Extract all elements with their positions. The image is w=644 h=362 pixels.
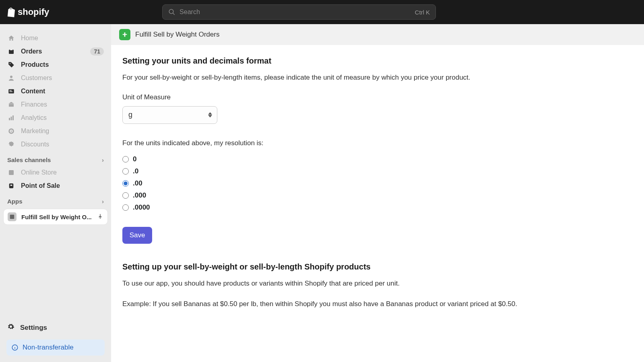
svg-point-5 <box>10 76 12 78</box>
chevron-right-icon: › <box>102 156 104 163</box>
primary-nav: Home Orders 71 Products Customers Conten… <box>0 31 111 151</box>
resolution-radio-group: 0.0.00.000.0000 <box>122 155 633 212</box>
sidebar-item-discounts[interactable]: Discounts <box>3 138 108 151</box>
sidebar-item-customers[interactable]: Customers <box>3 71 108 84</box>
sidebar-item-finances[interactable]: Finances <box>3 98 108 111</box>
content: Setting your units and decimals format F… <box>111 45 644 362</box>
gear-icon <box>7 323 14 332</box>
svg-point-4 <box>10 63 10 64</box>
section-heading-products: Setting up your sell-by-weight or sell-b… <box>122 262 633 272</box>
sidebar-item-content[interactable]: Content <box>3 84 108 98</box>
resolution-radio[interactable] <box>122 156 129 162</box>
sidebar-item-products[interactable]: Products <box>3 58 108 71</box>
pos-icon <box>7 182 15 190</box>
resolution-label: For the units indicated above, my resolu… <box>122 138 633 148</box>
uom-label: Unit of Measure <box>122 93 633 101</box>
svg-rect-18 <box>10 215 14 219</box>
products-icon <box>7 61 15 69</box>
sidebar-section-apps[interactable]: Apps › <box>0 192 111 207</box>
page-title: Fulfill Sell by Weight Orders <box>135 31 219 39</box>
app-badge-icon <box>119 29 130 40</box>
marketing-icon <box>7 127 15 135</box>
search-placeholder: Search <box>180 8 411 16</box>
finances-icon <box>7 101 15 109</box>
sidebar-item-orders[interactable]: Orders 71 <box>3 45 108 58</box>
store-icon <box>7 169 15 177</box>
pin-icon[interactable] <box>97 213 103 221</box>
resolution-radio[interactable] <box>122 180 129 187</box>
sidebar-item-analytics[interactable]: Analytics <box>3 111 108 124</box>
svg-rect-8 <box>10 91 13 92</box>
brand-text: shopify <box>18 7 49 17</box>
section-desc-units: For your sell-by-weight or sell-by-lengt… <box>122 73 633 83</box>
resolution-radio[interactable] <box>122 192 129 199</box>
topbar: shopify Search Ctrl K <box>0 0 644 24</box>
uom-select[interactable]: g <box>122 106 217 124</box>
sidebar-section-channels[interactable]: Sales channels › <box>0 151 111 166</box>
section-desc-products-2: Example: If you sell Bananas at $0.50 pe… <box>122 299 633 309</box>
svg-rect-10 <box>11 117 12 120</box>
select-caret-icon <box>208 112 212 117</box>
content-icon <box>7 87 15 95</box>
resolution-label-text: 0 <box>133 155 136 163</box>
main: Fulfill Sell by Weight Orders Setting yo… <box>111 24 644 362</box>
sidebar-item-marketing[interactable]: Marketing <box>3 124 108 138</box>
resolution-label-text: .000 <box>133 191 146 200</box>
svg-rect-23 <box>124 33 126 37</box>
info-icon <box>11 344 19 351</box>
resolution-option[interactable]: .00 <box>122 179 633 187</box>
page-header: Fulfill Sell by Weight Orders <box>111 24 644 45</box>
customers-icon <box>7 74 15 82</box>
save-button[interactable]: Save <box>122 227 152 244</box>
orders-badge: 71 <box>90 47 104 56</box>
svg-rect-11 <box>12 115 14 120</box>
analytics-icon <box>7 114 15 122</box>
search-shortcut: Ctrl K <box>415 9 430 16</box>
svg-point-14 <box>11 130 12 132</box>
svg-line-1 <box>173 13 175 15</box>
resolution-label-text: .0 <box>133 167 138 175</box>
discounts-icon <box>7 140 15 148</box>
resolution-option[interactable]: .000 <box>122 191 633 200</box>
shopify-logo: shopify <box>6 7 49 17</box>
search-input[interactable]: Search Ctrl K <box>162 4 436 20</box>
resolution-label-text: .00 <box>133 179 142 187</box>
svg-rect-7 <box>10 90 12 91</box>
section-desc-products-1: To use our app, you should have products… <box>122 279 633 289</box>
chevron-right-icon: › <box>102 198 104 205</box>
sidebar: Home Orders 71 Products Customers Conten… <box>0 24 111 362</box>
sidebar-item-pos[interactable]: Point of Sale <box>3 179 108 192</box>
search-icon <box>168 8 175 16</box>
resolution-radio[interactable] <box>122 204 129 211</box>
section-heading-units: Setting your units and decimals format <box>122 56 633 66</box>
resolution-radio[interactable] <box>122 168 129 175</box>
app-icon <box>8 212 17 221</box>
svg-rect-15 <box>9 170 14 175</box>
home-icon <box>7 34 15 42</box>
resolution-option[interactable]: .0 <box>122 167 633 175</box>
resolution-option[interactable]: .0000 <box>122 204 633 212</box>
svg-rect-17 <box>10 185 12 186</box>
sidebar-app-item[interactable]: Fulfill Sell by Weight O... <box>3 209 108 225</box>
sidebar-item-online-store[interactable]: Online Store <box>3 166 108 179</box>
svg-rect-3 <box>10 49 12 50</box>
svg-point-0 <box>169 9 173 14</box>
orders-icon <box>7 47 15 56</box>
resolution-option[interactable]: 0 <box>122 155 633 163</box>
resolution-label-text: .0000 <box>133 204 150 212</box>
non-transferable-banner[interactable]: Non-transferable <box>6 339 105 356</box>
svg-rect-9 <box>9 118 10 120</box>
svg-rect-2 <box>9 49 14 54</box>
shopify-bag-icon <box>6 7 15 17</box>
sidebar-item-settings[interactable]: Settings <box>3 319 108 336</box>
uom-value: g <box>128 111 132 119</box>
sidebar-item-home[interactable]: Home <box>3 31 108 45</box>
